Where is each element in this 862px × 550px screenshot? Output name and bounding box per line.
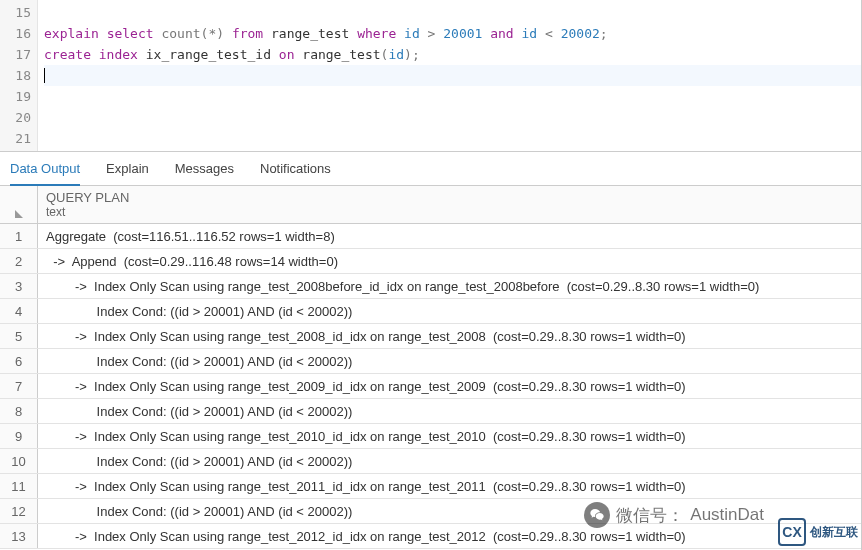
code-content[interactable]: explain select count(*) from range_test … [38, 0, 861, 151]
query-plan-cell[interactable]: Index Cond: ((id > 20001) AND (id < 2000… [38, 399, 861, 423]
code-line[interactable] [44, 128, 861, 149]
query-plan-cell[interactable]: -> Index Only Scan using range_test_2009… [38, 374, 861, 398]
table-row[interactable]: 6 Index Cond: ((id > 20001) AND (id < 20… [0, 349, 861, 374]
tab-messages[interactable]: Messages [175, 152, 234, 186]
table-row[interactable]: 10 Index Cond: ((id > 20001) AND (id < 2… [0, 449, 861, 474]
query-plan-cell[interactable]: -> Index Only Scan using range_test_2008… [38, 324, 861, 348]
table-row[interactable]: 4 Index Cond: ((id > 20001) AND (id < 20… [0, 299, 861, 324]
watermark-wechat: 微信号：AustinDat [584, 502, 764, 528]
table-row[interactable]: 2 -> Append (cost=0.29..116.48 rows=14 w… [0, 249, 861, 274]
result-grid: QUERY PLAN text 1Aggregate (cost=116.51.… [0, 186, 861, 550]
code-line[interactable] [44, 86, 861, 107]
row-number[interactable]: 6 [0, 349, 38, 373]
code-line[interactable]: create index ix_range_test_id on range_t… [44, 44, 861, 65]
query-plan-cell[interactable]: Index Cond: ((id > 20001) AND (id < 2000… [38, 449, 861, 473]
row-number[interactable]: 9 [0, 424, 38, 448]
row-number[interactable]: 8 [0, 399, 38, 423]
row-number[interactable]: 10 [0, 449, 38, 473]
query-plan-cell[interactable]: -> Index Only Scan using range_test_2008… [38, 274, 861, 298]
wechat-icon [584, 502, 610, 528]
table-row[interactable]: 1Aggregate (cost=116.51..116.52 rows=1 w… [0, 224, 861, 249]
row-number[interactable]: 7 [0, 374, 38, 398]
result-tabs: Data OutputExplainMessagesNotifications [0, 152, 861, 186]
code-line[interactable] [44, 65, 861, 86]
row-number[interactable]: 4 [0, 299, 38, 323]
query-plan-cell[interactable]: Index Cond: ((id > 20001) AND (id < 2000… [38, 299, 861, 323]
row-number[interactable]: 13 [0, 524, 38, 548]
line-number: 18 [0, 65, 31, 86]
code-line[interactable]: explain select count(*) from range_test … [44, 23, 861, 44]
line-number: 17 [0, 44, 31, 65]
query-plan-cell[interactable]: -> Index Only Scan using range_test_2010… [38, 424, 861, 448]
column-type: text [46, 205, 853, 219]
watermark-brand: CX 创新互联 [778, 518, 858, 546]
row-number[interactable]: 12 [0, 499, 38, 523]
line-number: 21 [0, 128, 31, 149]
tab-explain[interactable]: Explain [106, 152, 149, 186]
wechat-handle: AustinDat [690, 505, 764, 525]
table-row[interactable]: 7 -> Index Only Scan using range_test_20… [0, 374, 861, 399]
line-number: 19 [0, 86, 31, 107]
line-number: 15 [0, 2, 31, 23]
line-number: 16 [0, 23, 31, 44]
code-line[interactable] [44, 107, 861, 128]
select-all-corner[interactable] [0, 186, 38, 223]
brand-mark-icon: CX [778, 518, 806, 546]
query-plan-cell[interactable]: Aggregate (cost=116.51..116.52 rows=1 wi… [38, 224, 861, 248]
table-row[interactable]: 11 -> Index Only Scan using range_test_2… [0, 474, 861, 499]
table-row[interactable]: 3 -> Index Only Scan using range_test_20… [0, 274, 861, 299]
grid-header-row: QUERY PLAN text [0, 186, 861, 224]
table-row[interactable]: 9 -> Index Only Scan using range_test_20… [0, 424, 861, 449]
row-number[interactable]: 3 [0, 274, 38, 298]
code-line[interactable] [44, 2, 861, 23]
query-plan-cell[interactable]: -> Append (cost=0.29..116.48 rows=14 wid… [38, 249, 861, 273]
line-number-gutter: 15161718192021 [0, 0, 38, 151]
wechat-label: 微信号： [616, 504, 684, 527]
line-number: 20 [0, 107, 31, 128]
row-number[interactable]: 11 [0, 474, 38, 498]
tab-notifications[interactable]: Notifications [260, 152, 331, 186]
row-number[interactable]: 5 [0, 324, 38, 348]
column-name: QUERY PLAN [46, 190, 853, 205]
triangle-icon [13, 208, 25, 220]
sql-editor[interactable]: 15161718192021 explain select count(*) f… [0, 0, 861, 152]
table-row[interactable]: 8 Index Cond: ((id > 20001) AND (id < 20… [0, 399, 861, 424]
column-header-query-plan[interactable]: QUERY PLAN text [38, 186, 861, 223]
table-row[interactable]: 5 -> Index Only Scan using range_test_20… [0, 324, 861, 349]
row-number[interactable]: 2 [0, 249, 38, 273]
app-viewport: 15161718192021 explain select count(*) f… [0, 0, 862, 550]
query-plan-cell[interactable]: -> Index Only Scan using range_test_2011… [38, 474, 861, 498]
brand-text: 创新互联 [810, 526, 858, 538]
text-cursor [44, 68, 45, 83]
query-plan-cell[interactable]: Index Cond: ((id > 20001) AND (id < 2000… [38, 349, 861, 373]
tab-data-output[interactable]: Data Output [10, 152, 80, 186]
row-number[interactable]: 1 [0, 224, 38, 248]
